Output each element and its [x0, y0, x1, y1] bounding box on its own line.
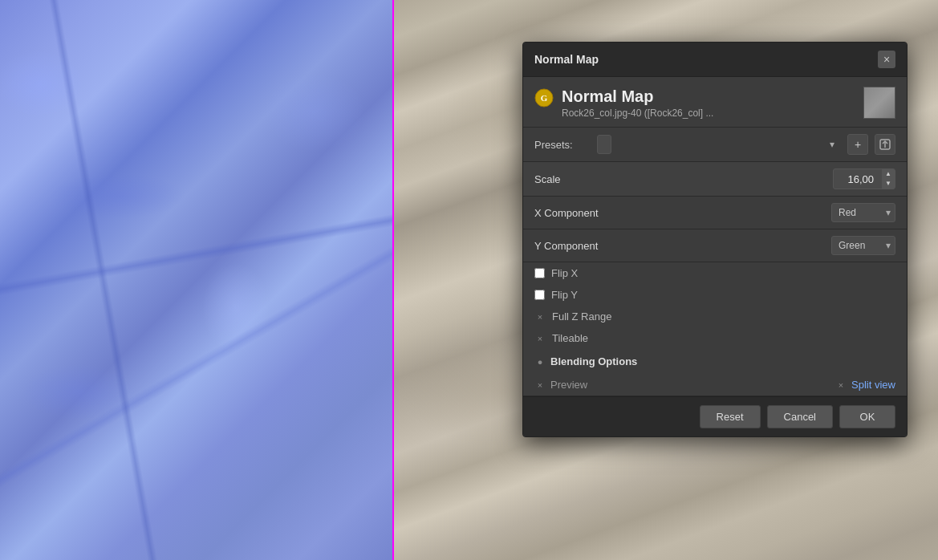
- tileable-label: Tileable: [552, 332, 588, 344]
- full-z-range-row: × Full Z Range: [523, 306, 907, 327]
- normal-map-dialog: Normal Map × G Normal Map Rock26_col.jpg…: [522, 42, 908, 437]
- scale-label: Scale: [534, 173, 833, 185]
- presets-select[interactable]: [597, 135, 611, 154]
- scale-input-wrapper: 16,00 ▲ ▼: [833, 168, 895, 189]
- flip-y-row: Flip Y: [523, 284, 907, 306]
- presets-label: Presets:: [534, 139, 591, 151]
- svg-text:G: G: [541, 93, 548, 103]
- y-component-label: Y Component: [534, 240, 831, 252]
- flip-y-checkbox[interactable]: [534, 290, 545, 300]
- tileable-row: × Tileable: [523, 327, 907, 349]
- scale-spin-down[interactable]: ▼: [882, 179, 895, 189]
- preview-label: Preview: [550, 379, 587, 391]
- presets-row: Presets: +: [523, 128, 907, 162]
- full-z-range-label: Full Z Range: [552, 310, 611, 323]
- dialog-subtitle: Rock26_col.jpg-40 ([Rock26_col] ...: [562, 108, 855, 119]
- dialog-titlebar: Normal Map ×: [523, 43, 907, 77]
- blending-options-row: ● Blending Options: [523, 349, 907, 374]
- split-view-section: × Split view: [835, 379, 895, 391]
- scale-row: Scale 16,00 ▲ ▼: [523, 162, 907, 197]
- dialog-main-title: Normal Map: [562, 87, 855, 106]
- y-component-select-wrapper: Red Green Blue: [831, 236, 895, 255]
- cancel-button[interactable]: Cancel: [767, 405, 833, 428]
- flip-x-checkbox[interactable]: [534, 268, 545, 278]
- dialog-header-text: Normal Map Rock26_col.jpg-40 ([Rock26_co…: [562, 87, 855, 119]
- flip-y-label: Flip Y: [551, 289, 578, 301]
- x-component-select[interactable]: Red Green Blue: [831, 203, 895, 222]
- thumbnail-preview: [863, 87, 895, 119]
- presets-select-wrapper: [597, 135, 841, 154]
- flip-x-label: Flip X: [551, 267, 578, 279]
- x-component-select-wrapper: Red Green Blue: [831, 203, 895, 222]
- dialog-title: Normal Map: [534, 53, 599, 66]
- presets-add-button[interactable]: +: [847, 134, 868, 155]
- dialog-body: G Normal Map Rock26_col.jpg-40 ([Rock26_…: [523, 77, 907, 396]
- flip-x-row: Flip X: [523, 262, 907, 284]
- dialog-footer: Reset Cancel OK: [523, 396, 907, 436]
- blending-options-icon: ●: [534, 356, 546, 367]
- split-divider: [392, 0, 394, 560]
- reset-button[interactable]: Reset: [700, 405, 761, 428]
- restore-icon: [879, 139, 891, 150]
- full-z-range-icon: ×: [534, 311, 546, 323]
- close-button[interactable]: ×: [878, 51, 895, 68]
- gimp-logo: G: [534, 88, 554, 108]
- scale-spin-up[interactable]: ▲: [882, 169, 895, 179]
- scale-spin-buttons: ▲ ▼: [882, 169, 895, 189]
- x-component-label: X Component: [534, 207, 831, 219]
- scale-value[interactable]: 16,00: [834, 170, 882, 189]
- y-component-row: Y Component Red Green Blue: [523, 229, 907, 262]
- preview-row: × Preview × Split view: [523, 374, 907, 396]
- ok-button[interactable]: OK: [839, 405, 895, 428]
- background-left: [0, 0, 393, 560]
- split-view-icon: ×: [835, 379, 847, 391]
- x-component-row: X Component Red Green Blue: [523, 197, 907, 229]
- dialog-header-section: G Normal Map Rock26_col.jpg-40 ([Rock26_…: [523, 77, 907, 128]
- preview-icon: ×: [534, 379, 546, 391]
- preview-left: × Preview: [534, 379, 587, 391]
- split-view-label[interactable]: Split view: [851, 379, 895, 391]
- y-component-select[interactable]: Red Green Blue: [831, 236, 895, 255]
- blending-options-label: Blending Options: [550, 355, 637, 367]
- presets-restore-button[interactable]: [875, 134, 895, 155]
- tileable-icon: ×: [534, 333, 546, 344]
